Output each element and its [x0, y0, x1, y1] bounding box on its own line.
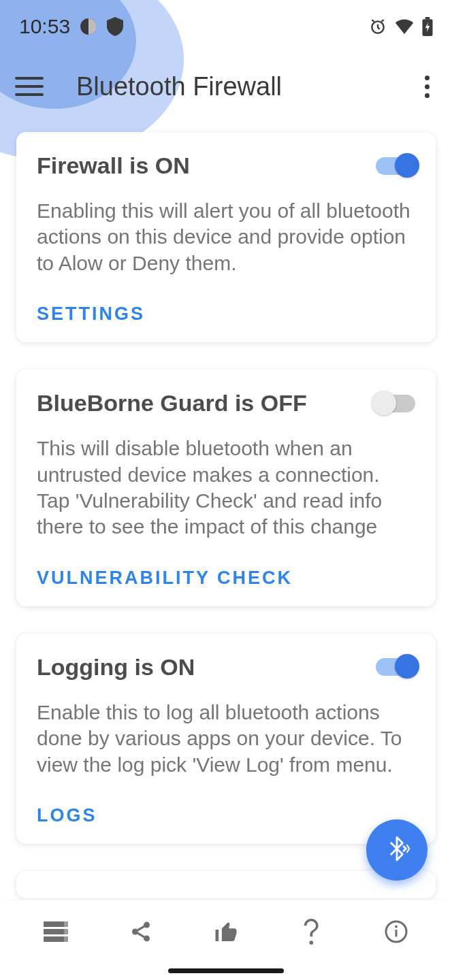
firewall-title: Firewall is ON: [37, 152, 190, 179]
menu-icon[interactable]: [15, 72, 44, 101]
app-bar: Bluetooth Firewall: [0, 53, 452, 120]
logging-toggle[interactable]: [376, 658, 415, 676]
logging-description: Enable this to log all bluetooth actions…: [37, 700, 415, 778]
logging-card: Logging is ON Enable this to log all blu…: [16, 634, 436, 844]
status-bar: 10:53: [0, 0, 452, 53]
bluetooth-fab[interactable]: [366, 819, 427, 881]
svg-rect-2: [425, 17, 430, 19]
nav-list-icon[interactable]: [35, 911, 76, 952]
svg-rect-9: [64, 936, 68, 942]
svg-point-13: [309, 941, 313, 945]
gesture-bar: [168, 968, 284, 973]
nav-help-icon[interactable]: [291, 911, 332, 952]
svg-rect-8: [64, 929, 68, 934]
status-time: 10:53: [19, 15, 70, 38]
app-title: Bluetooth Firewall: [76, 72, 282, 101]
content-area: Firewall is ON Enabling this will alert …: [0, 120, 452, 898]
wifi-icon: [395, 19, 414, 34]
blueborne-card: BlueBorne Guard is OFF This will disable…: [16, 370, 436, 606]
firewall-toggle[interactable]: [376, 157, 415, 175]
blueborne-description: This will disable bluetooth when an untr…: [37, 436, 415, 540]
svg-point-16: [395, 925, 398, 928]
logs-button[interactable]: LOGS: [37, 805, 415, 826]
svg-rect-7: [64, 921, 68, 927]
notification-icon: [80, 18, 97, 35]
settings-button[interactable]: SETTINGS: [37, 304, 415, 325]
shield-icon: [107, 17, 123, 36]
nav-share-icon[interactable]: [120, 911, 161, 952]
nav-thumbs-up-icon[interactable]: [206, 911, 246, 952]
alarm-icon: [369, 18, 387, 35]
bluetooth-icon: [383, 835, 410, 865]
blueborne-title: BlueBorne Guard is OFF: [37, 390, 307, 416]
vulnerability-check-button[interactable]: VULNERABILITY CHECK: [37, 568, 415, 589]
battery-icon: [422, 17, 433, 36]
firewall-card: Firewall is ON Enabling this will alert …: [16, 132, 436, 342]
more-icon[interactable]: [417, 72, 437, 101]
firewall-description: Enabling this will alert you of all blue…: [37, 198, 415, 276]
logging-title: Logging is ON: [37, 654, 195, 681]
next-card-peek: [16, 871, 436, 898]
blueborne-toggle[interactable]: [376, 395, 415, 412]
nav-info-icon[interactable]: [376, 911, 417, 952]
